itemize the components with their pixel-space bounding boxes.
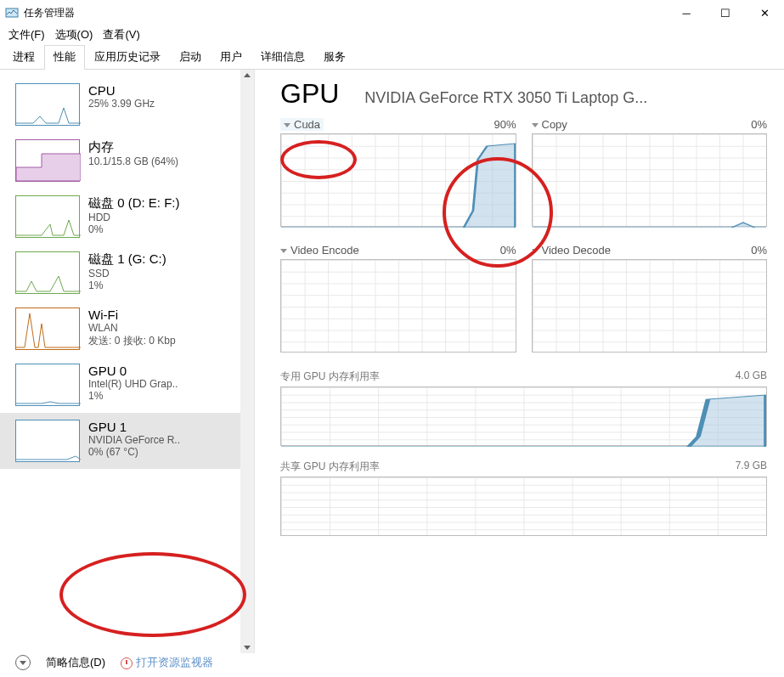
sidebar-item-line2: WLAN	[88, 322, 176, 334]
chart-encode-value: 0%	[500, 244, 516, 257]
menubar: 文件(F) 选项(O) 查看(V)	[0, 25, 784, 44]
chart-encode-dropdown[interactable]: Video Encode	[280, 244, 359, 257]
chevron-down-icon[interactable]	[15, 655, 31, 670]
sidebar-item-info: GPU 0 Intel(R) UHD Grap.. 1%	[88, 364, 178, 402]
cpu-thumb	[15, 83, 80, 126]
detail-header: GPU NVIDIA GeForce RTX 3050 Ti Laptop G.…	[280, 78, 767, 110]
tab-users[interactable]: 用户	[211, 45, 251, 70]
sidebar-scrollbar[interactable]	[240, 70, 254, 653]
window-title: 任务管理器	[24, 6, 75, 20]
sidebar-item-title: 磁盘 1 (G: C:)	[88, 251, 166, 268]
sidebar-item-line2: 25% 3.99 GHz	[88, 98, 155, 110]
sidebar-item-info: CPU 25% 3.99 GHz	[88, 83, 155, 110]
sidebar-item-cpu[interactable]: CPU 25% 3.99 GHz	[0, 76, 240, 133]
footer: 简略信息(D) 打开资源监视器	[0, 648, 213, 677]
chart-decode-dropdown[interactable]: Video Decode	[532, 244, 611, 257]
menu-view[interactable]: 查看(V)	[103, 27, 139, 42]
tab-strip: 进程 性能 应用历史记录 启动 用户 详细信息 服务	[0, 44, 784, 70]
chart-row-1: Cuda 90% Copy 0%	[280, 118, 767, 227]
sidebar-item-title: 内存	[88, 139, 178, 155]
tab-app-history[interactable]: 应用历史记录	[85, 45, 170, 70]
detail-heading: GPU	[280, 78, 339, 110]
sidebar-item-info: 磁盘 1 (G: C:) SSD 1%	[88, 251, 166, 291]
chart-decode-graph	[532, 259, 768, 353]
menu-file[interactable]: 文件(F)	[8, 27, 45, 42]
chart-cuda-value: 90%	[494, 118, 516, 131]
sidebar-item-info: 内存 10.1/15.8 GB (64%)	[88, 139, 178, 167]
chart-copy-dropdown[interactable]: Copy	[532, 118, 567, 131]
minimize-button[interactable]: ─	[667, 0, 706, 25]
tab-startup[interactable]: 启动	[170, 45, 211, 70]
disk1-thumb	[15, 251, 80, 294]
sidebar-item-line2: SSD	[88, 268, 166, 279]
tab-processes[interactable]: 进程	[3, 45, 44, 70]
close-button[interactable]: ✕	[745, 0, 784, 25]
brief-info-link[interactable]: 简略信息(D)	[46, 655, 105, 670]
tab-performance[interactable]: 性能	[44, 45, 85, 70]
sidebar-item-title: GPU 0	[88, 364, 178, 378]
sidebar-item-line2: Intel(R) UHD Grap..	[88, 378, 178, 390]
tab-details[interactable]: 详细信息	[251, 45, 314, 70]
sidebar-item-line3: 0% (67 °C)	[88, 446, 180, 458]
chart-copy-graph	[532, 133, 768, 227]
menu-options[interactable]: 选项(O)	[55, 27, 93, 42]
chart-decode-value: 0%	[751, 244, 767, 257]
sidebar-item-disk1[interactable]: 磁盘 1 (G: C:) SSD 1%	[0, 245, 240, 301]
sidebar-item-line2: NVIDIA GeForce R..	[88, 434, 180, 446]
sidebar-item-gpu0[interactable]: GPU 0 Intel(R) UHD Grap.. 1%	[0, 357, 240, 413]
main-area: CPU 25% 3.99 GHz 内存 10.1/15.8 GB (64%)	[0, 70, 784, 653]
sidebar-item-disk0[interactable]: 磁盘 0 (D: E: F:) HDD 0%	[0, 189, 240, 245]
maximize-button[interactable]: ☐	[706, 0, 745, 25]
sidebar-item-line3: 1%	[88, 390, 178, 402]
chart-cuda: Cuda 90%	[280, 118, 516, 227]
shared-mem-graph	[280, 477, 767, 536]
chart-row-2: Video Encode 0% Video Decode 0%	[280, 244, 767, 353]
detail-pane: GPU NVIDIA GeForce RTX 3050 Ti Laptop G.…	[255, 70, 784, 653]
sidebar-item-line3: 发送: 0 接收: 0 Kbp	[88, 334, 176, 348]
disk0-thumb	[15, 195, 80, 238]
shared-mem-right: 7.9 GB	[736, 460, 767, 474]
sidebar-item-info: 磁盘 0 (D: E: F:) HDD 0%	[88, 195, 180, 235]
gpu0-thumb	[15, 364, 80, 406]
chart-copy: Copy 0%	[532, 118, 768, 227]
shared-mem-label: 共享 GPU 内存利用率	[280, 460, 380, 474]
taskmgr-icon	[5, 6, 19, 20]
wifi-thumb	[15, 307, 80, 350]
memory-thumb	[15, 139, 80, 182]
dedicated-mem-graph	[280, 386, 767, 446]
resource-monitor-label: 打开资源监视器	[136, 656, 213, 669]
resource-monitor-icon	[121, 657, 133, 669]
sidebar-item-info: Wi-Fi WLAN 发送: 0 接收: 0 Kbp	[88, 307, 176, 348]
shared-gpu-memory: 共享 GPU 内存利用率 7.9 GB	[280, 460, 767, 536]
chart-video-encode: Video Encode 0%	[280, 244, 516, 353]
resource-monitor-link[interactable]: 打开资源监视器	[121, 655, 213, 670]
sidebar-item-wifi[interactable]: Wi-Fi WLAN 发送: 0 接收: 0 Kbp	[0, 301, 240, 357]
gpu1-thumb	[15, 420, 80, 462]
sidebar-item-title: CPU	[88, 83, 155, 98]
sidebar-item-title: Wi-Fi	[88, 307, 176, 322]
sidebar: CPU 25% 3.99 GHz 内存 10.1/15.8 GB (64%)	[0, 70, 255, 653]
sidebar-item-line2: 10.1/15.8 GB (64%)	[88, 155, 178, 167]
sidebar-item-line3: 1%	[88, 279, 166, 291]
chart-cuda-graph	[280, 133, 516, 227]
dedicated-gpu-memory: 专用 GPU 内存利用率 4.0 GB	[280, 370, 767, 446]
chart-copy-value: 0%	[751, 118, 767, 131]
sidebar-item-memory[interactable]: 内存 10.1/15.8 GB (64%)	[0, 133, 240, 189]
sidebar-item-gpu1[interactable]: GPU 1 NVIDIA GeForce R.. 0% (67 °C)	[0, 413, 240, 469]
sidebar-item-title: 磁盘 0 (D: E: F:)	[88, 195, 180, 212]
tab-services[interactable]: 服务	[314, 45, 355, 70]
chart-cuda-dropdown[interactable]: Cuda	[280, 118, 324, 131]
sidebar-item-line2: HDD	[88, 212, 180, 223]
window-controls: ─ ☐ ✕	[667, 0, 784, 25]
dedicated-mem-right: 4.0 GB	[736, 370, 767, 384]
sidebar-item-line3: 0%	[88, 223, 180, 235]
sidebar-item-title: GPU 1	[88, 420, 180, 434]
chart-video-decode: Video Decode 0%	[532, 244, 768, 353]
dedicated-mem-label: 专用 GPU 内存利用率	[280, 370, 380, 384]
detail-subheading: NVIDIA GeForce RTX 3050 Ti Laptop G...	[364, 89, 647, 107]
sidebar-item-info: GPU 1 NVIDIA GeForce R.. 0% (67 °C)	[88, 420, 180, 458]
chart-encode-graph	[280, 259, 516, 353]
